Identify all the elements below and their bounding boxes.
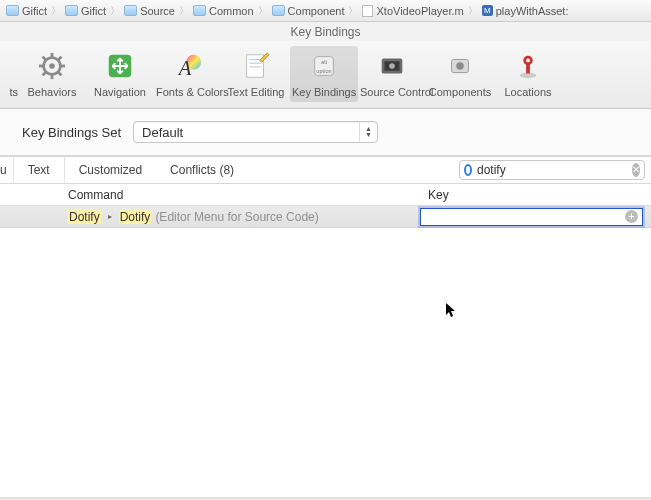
- toolbar-label: Navigation: [88, 86, 152, 98]
- breadcrumb-item[interactable]: Gifict: [63, 5, 108, 17]
- generic-icon: [3, 50, 17, 82]
- folder-icon: [193, 5, 206, 16]
- filter-bar: u Text Customized Conflicts (8) ✕: [0, 156, 651, 184]
- source-control-icon: [376, 50, 408, 82]
- toolbar-label: ts: [2, 86, 18, 98]
- toolbar-item-components[interactable]: Components: [426, 46, 494, 102]
- command-path-segment: Dotify: [68, 210, 101, 224]
- svg-text:option: option: [316, 68, 331, 74]
- chevron-right-icon: 〉: [110, 4, 120, 18]
- toolbar-item-behaviors[interactable]: Behaviors: [18, 46, 86, 102]
- command-path-segment: Dotify: [119, 210, 152, 224]
- folder-icon: [65, 5, 78, 16]
- locations-icon: [512, 50, 544, 82]
- filter-label: Conflicts (8): [170, 163, 234, 177]
- command-cell: Dotify ▸ Dotify (Editor Menu for Source …: [0, 210, 420, 224]
- toolbar-item-locations[interactable]: Locations: [494, 46, 562, 102]
- toolbar-label: Text Editing: [224, 86, 288, 98]
- key-bindings-set-select[interactable]: Default ▲▼: [133, 121, 378, 143]
- column-header-key[interactable]: Key: [420, 188, 651, 202]
- svg-line-6: [43, 57, 46, 60]
- toolbar-item-key-bindings[interactable]: altoption Key Bindings: [290, 46, 358, 102]
- toolbar-item-source-control[interactable]: Source Control: [358, 46, 426, 102]
- chevron-right-icon: 〉: [348, 4, 358, 18]
- chevron-right-icon: 〉: [179, 4, 189, 18]
- folder-icon: [124, 5, 137, 16]
- search-scope-icon[interactable]: [464, 164, 472, 176]
- breadcrumb-label: Gifict: [22, 5, 47, 17]
- clear-search-icon[interactable]: ✕: [632, 163, 640, 177]
- filter-tab-customized[interactable]: Customized: [65, 157, 156, 183]
- toolbar-label: Fonts & Colors: [156, 86, 220, 98]
- svg-line-8: [43, 73, 46, 76]
- toolbar-label: Behaviors: [20, 86, 84, 98]
- table-body-empty: [0, 228, 651, 498]
- fonts-colors-icon: A: [172, 50, 204, 82]
- svg-point-28: [526, 59, 530, 63]
- svg-point-1: [49, 63, 55, 69]
- breadcrumb-item[interactable]: Gifict: [4, 5, 49, 17]
- text-editing-icon: [240, 50, 272, 82]
- breadcrumb-label: Common: [209, 5, 254, 17]
- breadcrumb-label: Source: [140, 5, 175, 17]
- file-icon: [362, 5, 373, 17]
- svg-point-22: [389, 63, 395, 69]
- select-value: Default: [142, 125, 183, 140]
- svg-rect-13: [247, 55, 264, 78]
- add-key-icon[interactable]: +: [625, 210, 638, 223]
- key-cell[interactable]: +: [420, 208, 651, 226]
- chevron-right-icon: 〉: [468, 4, 478, 18]
- toolbar-label: Source Control: [360, 86, 424, 98]
- search-field[interactable]: ✕: [459, 160, 645, 180]
- toolbar-item-text-editing[interactable]: Text Editing: [222, 46, 290, 102]
- breadcrumb-label: playWithAsset:: [496, 5, 569, 17]
- svg-text:A: A: [177, 57, 192, 79]
- column-header-command[interactable]: Command: [0, 188, 420, 202]
- toolbar-item-partial[interactable]: ts: [0, 46, 18, 102]
- command-context: (Editor Menu for Source Code): [155, 210, 318, 224]
- table-row[interactable]: Dotify ▸ Dotify (Editor Menu for Source …: [0, 206, 651, 228]
- filter-label: Text: [28, 163, 50, 177]
- filter-label: u: [0, 163, 7, 177]
- table-header: Command Key: [0, 184, 651, 206]
- chevron-right-icon: 〉: [258, 4, 268, 18]
- toolbar-item-navigation[interactable]: Navigation: [86, 46, 154, 102]
- breadcrumb-item[interactable]: XtoVideoPlayer.m: [360, 5, 465, 17]
- window-title: Key Bindings: [0, 22, 651, 41]
- key-input[interactable]: +: [420, 208, 643, 226]
- key-bindings-set-label: Key Bindings Set: [22, 125, 121, 140]
- breadcrumb-label: XtoVideoPlayer.m: [376, 5, 463, 17]
- breadcrumb-label: Component: [288, 5, 345, 17]
- folder-icon: [272, 5, 285, 16]
- key-bindings-icon: altoption: [308, 50, 340, 82]
- chevron-right-icon: 〉: [51, 4, 61, 18]
- breadcrumb-item[interactable]: Common: [191, 5, 256, 17]
- breadcrumb-label: Gifict: [81, 5, 106, 17]
- filter-tab-partial[interactable]: u: [0, 157, 14, 183]
- key-bindings-set-row: Key Bindings Set Default ▲▼: [0, 109, 651, 156]
- breadcrumb-item[interactable]: Source: [122, 5, 177, 17]
- gear-icon: [36, 50, 68, 82]
- cursor-icon: [446, 303, 458, 319]
- toolbar-item-fonts-colors[interactable]: A Fonts & Colors: [154, 46, 222, 102]
- svg-line-9: [59, 57, 62, 60]
- updown-icon: ▲▼: [359, 122, 377, 142]
- method-icon: M: [482, 5, 493, 16]
- filter-tab-text[interactable]: Text: [14, 157, 65, 183]
- breadcrumb[interactable]: Gifict 〉 Gifict 〉 Source 〉 Common 〉 Comp…: [0, 0, 651, 22]
- toolbar-label: Locations: [496, 86, 560, 98]
- folder-icon: [6, 5, 19, 16]
- components-icon: [444, 50, 476, 82]
- breadcrumb-item[interactable]: MplayWithAsset:: [480, 5, 571, 17]
- filter-tab-conflicts[interactable]: Conflicts (8): [156, 157, 248, 183]
- triangle-right-icon: ▸: [108, 212, 112, 221]
- search-input[interactable]: [477, 163, 627, 177]
- filter-label: Customized: [79, 163, 142, 177]
- navigation-icon: [104, 50, 136, 82]
- svg-line-7: [59, 73, 62, 76]
- svg-point-24: [456, 62, 464, 70]
- toolbar-label: Key Bindings: [292, 86, 356, 98]
- svg-text:alt: alt: [321, 59, 327, 65]
- preferences-toolbar: ts Behaviors Navigation A Fonts & Colors…: [0, 41, 651, 109]
- breadcrumb-item[interactable]: Component: [270, 5, 347, 17]
